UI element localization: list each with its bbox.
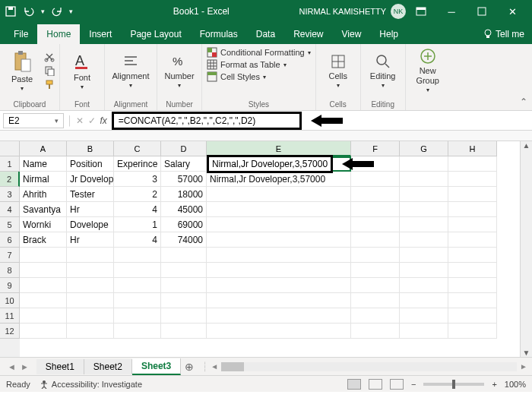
cell[interactable]: 69000: [161, 217, 207, 232]
cell[interactable]: 2: [114, 187, 161, 202]
cell[interactable]: [400, 232, 448, 248]
scroll-down-icon[interactable]: ▼: [523, 349, 530, 357]
sheet-tab[interactable]: Sheet1: [36, 359, 84, 374]
cell[interactable]: [351, 217, 400, 232]
cell[interactable]: [448, 187, 497, 202]
cell[interactable]: Salary: [161, 156, 207, 172]
cell[interactable]: [114, 278, 161, 293]
column-header[interactable]: G: [400, 141, 448, 156]
cell[interactable]: [161, 278, 207, 293]
cell-styles-button[interactable]: Cell Styles ▾: [207, 71, 266, 82]
cell[interactable]: [351, 324, 400, 339]
cell[interactable]: [400, 217, 448, 232]
alignment-button[interactable]: Alignment ▾: [109, 53, 152, 89]
cell[interactable]: Nirmal,Jr Doveloper,3,57000: [207, 172, 351, 187]
cell[interactable]: [400, 156, 448, 172]
cell[interactable]: [207, 248, 351, 263]
vertical-scrollbar[interactable]: ▲ ▼: [520, 141, 532, 357]
add-sheet-button[interactable]: ⊕: [181, 361, 198, 373]
cell[interactable]: Tester: [67, 187, 114, 202]
cell[interactable]: [351, 308, 400, 324]
name-box[interactable]: E2 ▾: [3, 113, 64, 128]
cell[interactable]: [351, 278, 400, 293]
scroll-left-icon[interactable]: ◄: [211, 362, 218, 371]
enter-icon[interactable]: ✓: [88, 115, 96, 126]
cell[interactable]: [448, 217, 497, 232]
cell[interactable]: Experince: [114, 156, 161, 172]
formula-input[interactable]: =CONCAT(A2,",",B2,",",C2,",",D2): [112, 112, 302, 130]
cell[interactable]: [20, 324, 67, 339]
column-header[interactable]: A: [20, 141, 67, 156]
cell[interactable]: [20, 263, 67, 278]
chevron-down-icon[interactable]: ▾: [41, 8, 45, 15]
normal-view-icon[interactable]: [347, 379, 361, 390]
cell[interactable]: Dovelope: [67, 217, 114, 232]
cell[interactable]: [351, 248, 400, 263]
cell[interactable]: [448, 278, 497, 293]
scroll-up-icon[interactable]: ▲: [523, 141, 530, 150]
cell[interactable]: 57000: [161, 172, 207, 187]
minimize-button[interactable]: ─: [436, 0, 467, 23]
page-break-view-icon[interactable]: [390, 379, 404, 390]
row-header[interactable]: 8: [0, 263, 20, 278]
cut-icon[interactable]: [44, 52, 55, 62]
close-button[interactable]: ✕: [497, 0, 527, 23]
cell[interactable]: [114, 308, 161, 324]
cell[interactable]: 4: [114, 232, 161, 248]
editing-button[interactable]: Editing ▾: [366, 53, 401, 89]
cell[interactable]: [400, 278, 448, 293]
cell[interactable]: [20, 293, 67, 308]
cell[interactable]: Hr: [67, 232, 114, 248]
zoom-out-button[interactable]: −: [411, 380, 416, 389]
cell[interactable]: 18000: [161, 187, 207, 202]
cell[interactable]: [67, 248, 114, 263]
cell[interactable]: [67, 278, 114, 293]
cell[interactable]: [67, 293, 114, 308]
sheet-tab[interactable]: Sheet2: [84, 359, 132, 374]
cell[interactable]: Nirmal: [20, 172, 67, 187]
cell[interactable]: Hr: [67, 202, 114, 217]
cell[interactable]: [351, 202, 400, 217]
cell[interactable]: Name: [20, 156, 67, 172]
scroll-right-icon[interactable]: ►: [520, 362, 527, 371]
tab-review[interactable]: Review: [284, 24, 332, 44]
redo-icon[interactable]: [51, 5, 63, 17]
cell[interactable]: [448, 232, 497, 248]
cell[interactable]: [161, 263, 207, 278]
tell-me[interactable]: Tell me: [476, 24, 532, 44]
cell[interactable]: Jr Dovelop: [67, 172, 114, 187]
cell[interactable]: [448, 293, 497, 308]
cell[interactable]: [351, 187, 400, 202]
cell[interactable]: [351, 263, 400, 278]
cell[interactable]: 4: [114, 202, 161, 217]
cell[interactable]: [207, 217, 351, 232]
cell[interactable]: [400, 202, 448, 217]
autosave-icon[interactable]: [5, 5, 17, 17]
cell[interactable]: [207, 278, 351, 293]
accessibility-status[interactable]: Accessibility: Investigate: [40, 380, 142, 389]
cell[interactable]: [400, 293, 448, 308]
cell[interactable]: [161, 248, 207, 263]
cell[interactable]: [67, 263, 114, 278]
cell[interactable]: [207, 187, 351, 202]
cell[interactable]: [400, 187, 448, 202]
cell[interactable]: Position: [67, 156, 114, 172]
format-painter-icon[interactable]: [44, 79, 55, 90]
cell[interactable]: [400, 248, 448, 263]
cell[interactable]: [207, 202, 351, 217]
row-header[interactable]: 1: [0, 156, 20, 172]
copy-icon[interactable]: [44, 65, 55, 76]
new-group-button[interactable]: New Group ▾: [410, 48, 445, 93]
cell[interactable]: [448, 263, 497, 278]
cell[interactable]: [114, 324, 161, 339]
row-header[interactable]: 10: [0, 293, 20, 308]
cell[interactable]: [114, 293, 161, 308]
tab-formulas[interactable]: Formulas: [191, 24, 247, 44]
cell[interactable]: Ahrith: [20, 187, 67, 202]
tab-view[interactable]: View: [333, 24, 371, 44]
cell[interactable]: 45000: [161, 202, 207, 217]
cell[interactable]: [400, 308, 448, 324]
cell[interactable]: [20, 248, 67, 263]
cell[interactable]: [207, 293, 351, 308]
row-header[interactable]: 11: [0, 308, 20, 324]
